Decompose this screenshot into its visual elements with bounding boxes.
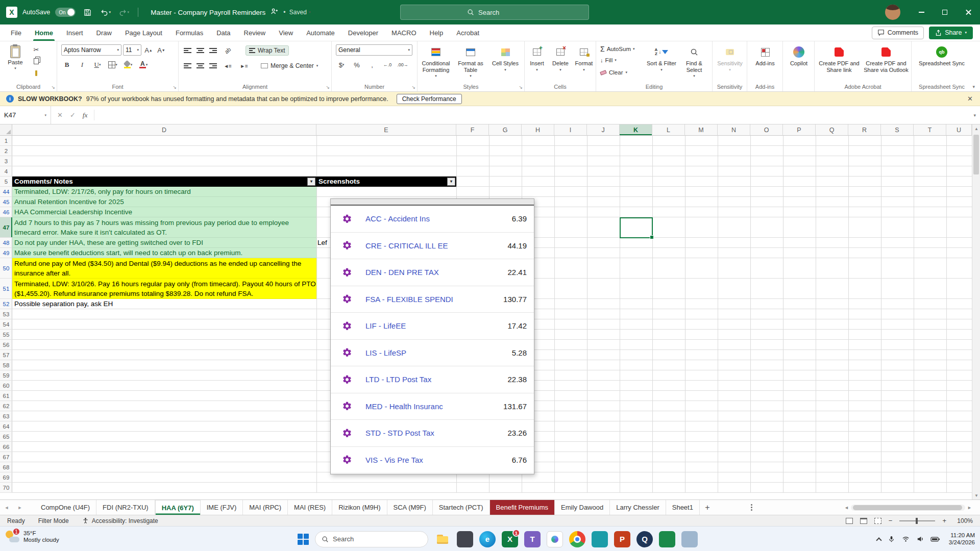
app-green-icon[interactable] — [659, 531, 675, 547]
format-painter-icon[interactable] — [31, 68, 42, 78]
number-format-select[interactable]: General▾ — [336, 44, 412, 56]
ribbon-tab-formulas[interactable]: Formulas — [169, 24, 210, 41]
close-button[interactable] — [957, 0, 980, 24]
normal-view-icon[interactable] — [846, 518, 853, 524]
row-header-57[interactable]: 57 — [0, 350, 12, 360]
new-sheet-button[interactable]: + — [700, 500, 715, 515]
underline-button[interactable]: U▾ — [92, 60, 103, 70]
decrease-decimal-button[interactable]: .00→ — [397, 60, 408, 70]
excel-app-icon[interactable]: X — [6, 7, 17, 18]
row-header-48[interactable]: 48 — [0, 238, 12, 248]
ribbon-tab-help[interactable]: Help — [423, 24, 450, 41]
align-bottom-icon[interactable] — [209, 48, 217, 53]
scroll-up-icon[interactable]: ▲ — [972, 124, 980, 133]
zoom-slider-thumb[interactable] — [916, 518, 918, 524]
increase-indent-icon[interactable]: ►≡ — [238, 61, 250, 71]
vertical-scroll-thumb[interactable] — [973, 135, 979, 174]
fill-color-button[interactable]: ▾ — [122, 60, 134, 70]
ribbon-tab-page-layout[interactable]: Page Layout — [118, 24, 169, 41]
cell-D44[interactable]: Terminated, LDW: 2/17/26, only pay for h… — [12, 187, 316, 197]
cell-D47[interactable]: Add 7 hours to this pay as 7 hours was m… — [12, 217, 316, 238]
cell-D46[interactable]: HAA Commercial Leadership Incentive — [12, 207, 316, 217]
people-icon[interactable] — [271, 8, 278, 17]
sheet-tab-fdi-nr2-txu-[interactable]: FDI (NR2-TXU) — [96, 500, 155, 515]
ribbon-tab-draw[interactable]: Draw — [90, 24, 118, 41]
sheet-tab-sheet1[interactable]: Sheet1 — [666, 500, 700, 515]
row-header-62[interactable]: 62 — [0, 401, 12, 411]
row-header-46[interactable]: 46 — [0, 207, 12, 217]
ribbon-tab-developer[interactable]: Developer — [341, 24, 385, 41]
align-middle-icon[interactable] — [197, 48, 204, 53]
align-right-icon[interactable] — [209, 63, 217, 68]
column-header-S[interactable]: S — [881, 124, 914, 136]
sheet-nav-left-icon[interactable]: ◄ — [0, 500, 13, 515]
mic-icon[interactable] — [888, 535, 895, 543]
column-header-R[interactable]: R — [848, 124, 881, 136]
addins-button[interactable]: Add-ins — [750, 43, 780, 67]
row-header-70[interactable]: 70 — [0, 483, 12, 493]
increase-font-icon[interactable]: A▲ — [143, 45, 154, 55]
row-header-67[interactable]: 67 — [0, 452, 12, 462]
accessibility-status[interactable]: Accessibility: Investigate — [82, 517, 158, 524]
comments-button[interactable]: Comments — [872, 27, 924, 39]
orientation-icon[interactable]: ab — [220, 43, 235, 58]
conditional-formatting-button[interactable]: Conditional Formatting▾ — [419, 43, 453, 80]
sort-filter-button[interactable]: AZ↓Sort & Filter▾ — [645, 43, 678, 73]
save-status[interactable]: • Saved▾ — [283, 9, 310, 16]
column-header-D[interactable]: D — [12, 124, 316, 136]
clock[interactable]: 11:20 AM 3/24/2026 — [949, 532, 975, 546]
row-header-54[interactable]: 54 — [0, 319, 12, 330]
find-select-button[interactable]: Find & Select▾ — [678, 43, 710, 80]
maximize-button[interactable] — [933, 0, 957, 24]
comments-notes-header-cell[interactable]: Comments/ Notes▾ — [12, 177, 316, 187]
clear-button[interactable]: Clear▾ — [600, 69, 627, 76]
align-left-icon[interactable] — [184, 63, 191, 68]
cell-styles-button[interactable]: Cell Styles▾ — [488, 43, 523, 73]
ribbon-tab-data[interactable]: Data — [210, 24, 237, 41]
row-header-52[interactable]: 52 — [0, 299, 12, 309]
weather-widget[interactable]: 1 35°F Mostly cloudy — [5, 530, 59, 544]
scroll-down-icon[interactable]: ▼ — [972, 491, 980, 499]
screenshots-header-cell[interactable]: Screenshots▾ — [316, 177, 456, 187]
row-header-45[interactable]: 45 — [0, 197, 12, 207]
insert-cells-button[interactable]: Insert▾ — [526, 43, 548, 73]
name-box[interactable]: K47▾ — [0, 106, 51, 124]
percent-format-button[interactable]: % — [351, 60, 362, 70]
column-header-O[interactable]: O — [750, 124, 783, 136]
font-name-select[interactable]: Aptos Narrow▾ — [61, 44, 121, 56]
sheet-tab-startech-pct-[interactable]: Startech (PCT) — [433, 500, 490, 515]
cell-D49[interactable]: Make sure benefit deductions start, will… — [12, 248, 316, 258]
cell-D45[interactable]: Annual Retention Incentive for 2025 — [12, 197, 316, 207]
autosum-button[interactable]: ΣAutoSum▾ — [600, 45, 634, 53]
page-break-view-icon[interactable] — [874, 518, 881, 524]
fill-button[interactable]: ↓Fill▾ — [600, 57, 617, 63]
vertical-scrollbar[interactable]: ▲ ▼ — [972, 124, 980, 499]
align-top-icon[interactable] — [184, 48, 191, 53]
row-header-64[interactable]: 64 — [0, 421, 12, 432]
increase-decimal-button[interactable]: ←.0 — [382, 60, 393, 70]
chrome-icon[interactable] — [569, 531, 585, 547]
save-icon[interactable] — [81, 6, 94, 19]
comments-filter-button[interactable]: ▾ — [307, 178, 315, 186]
row-header-55[interactable]: 55 — [0, 330, 12, 340]
paste-button[interactable]: Paste▾ — [4, 44, 27, 82]
sheet-nav-right-icon[interactable]: ► — [13, 500, 27, 515]
edge-icon[interactable]: e — [479, 531, 496, 547]
ribbon-tab-review[interactable]: Review — [237, 24, 273, 41]
hscroll-left-icon[interactable]: ◄ — [844, 505, 849, 510]
ribbon-tab-file[interactable]: File — [4, 24, 28, 41]
check-performance-button[interactable]: Check Performance — [397, 94, 462, 104]
quickbooks-q-icon[interactable]: Q — [636, 531, 653, 547]
minimize-button[interactable] — [910, 0, 933, 24]
row-header-66[interactable]: 66 — [0, 442, 12, 452]
alignment-dialog-launcher[interactable]: ↘ — [326, 85, 330, 90]
column-header-M[interactable]: M — [685, 124, 718, 136]
font-color-button[interactable]: A▾ — [138, 60, 149, 70]
styles-dialog-launcher[interactable]: ↘ — [519, 85, 523, 90]
app-teal-icon[interactable] — [592, 531, 608, 547]
comma-format-button[interactable]: , — [366, 60, 378, 70]
cell-D51[interactable]: Terminated, LDW: 3/10/26. Pay 16 hours r… — [12, 279, 316, 299]
spreadsheet-sync-button[interactable]: qbSpreadsheet Sync — [914, 43, 970, 67]
align-center-icon[interactable] — [197, 63, 204, 68]
currency-format-button[interactable]: $▾ — [336, 60, 347, 70]
